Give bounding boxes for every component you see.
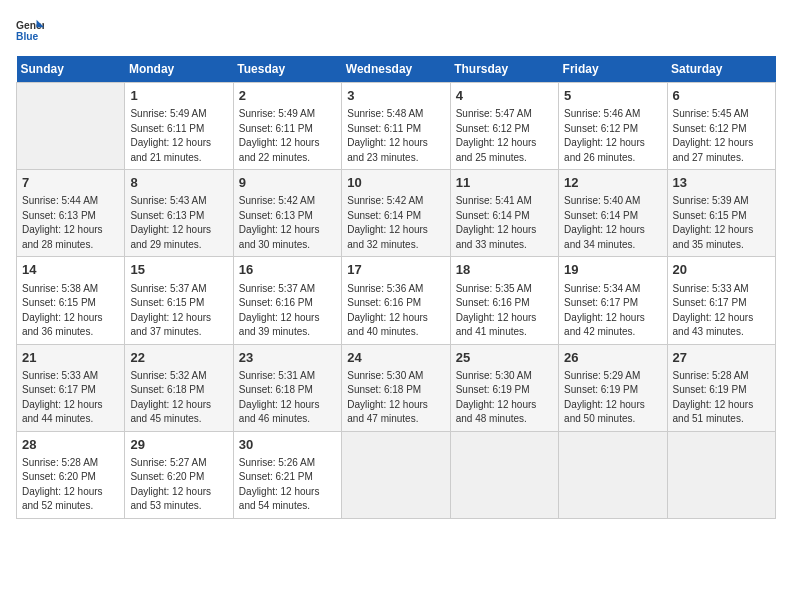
calendar-cell: 8Sunrise: 5:43 AMSunset: 6:13 PMDaylight…	[125, 170, 233, 257]
day-number: 29	[130, 436, 227, 454]
day-number: 25	[456, 349, 553, 367]
day-info: Sunrise: 5:49 AMSunset: 6:11 PMDaylight:…	[239, 107, 336, 165]
day-number: 6	[673, 87, 770, 105]
calendar-cell: 29Sunrise: 5:27 AMSunset: 6:20 PMDayligh…	[125, 431, 233, 518]
calendar-cell	[559, 431, 667, 518]
calendar-cell: 15Sunrise: 5:37 AMSunset: 6:15 PMDayligh…	[125, 257, 233, 344]
day-number: 14	[22, 261, 119, 279]
day-number: 1	[130, 87, 227, 105]
day-info: Sunrise: 5:30 AMSunset: 6:18 PMDaylight:…	[347, 369, 444, 427]
day-info: Sunrise: 5:45 AMSunset: 6:12 PMDaylight:…	[673, 107, 770, 165]
calendar-cell: 30Sunrise: 5:26 AMSunset: 6:21 PMDayligh…	[233, 431, 341, 518]
page-header: General Blue	[16, 16, 776, 44]
day-number: 18	[456, 261, 553, 279]
calendar-cell: 26Sunrise: 5:29 AMSunset: 6:19 PMDayligh…	[559, 344, 667, 431]
calendar-cell: 4Sunrise: 5:47 AMSunset: 6:12 PMDaylight…	[450, 83, 558, 170]
day-info: Sunrise: 5:43 AMSunset: 6:13 PMDaylight:…	[130, 194, 227, 252]
day-info: Sunrise: 5:26 AMSunset: 6:21 PMDaylight:…	[239, 456, 336, 514]
day-number: 17	[347, 261, 444, 279]
day-number: 10	[347, 174, 444, 192]
calendar-cell: 17Sunrise: 5:36 AMSunset: 6:16 PMDayligh…	[342, 257, 450, 344]
weekday-header-sunday: Sunday	[17, 56, 125, 83]
calendar-table: SundayMondayTuesdayWednesdayThursdayFrid…	[16, 56, 776, 519]
day-number: 27	[673, 349, 770, 367]
week-row-3: 14Sunrise: 5:38 AMSunset: 6:15 PMDayligh…	[17, 257, 776, 344]
day-info: Sunrise: 5:46 AMSunset: 6:12 PMDaylight:…	[564, 107, 661, 165]
day-info: Sunrise: 5:39 AMSunset: 6:15 PMDaylight:…	[673, 194, 770, 252]
calendar-cell: 13Sunrise: 5:39 AMSunset: 6:15 PMDayligh…	[667, 170, 775, 257]
day-number: 3	[347, 87, 444, 105]
day-number: 9	[239, 174, 336, 192]
day-number: 16	[239, 261, 336, 279]
logo: General Blue	[16, 16, 44, 44]
calendar-cell	[450, 431, 558, 518]
calendar-cell: 9Sunrise: 5:42 AMSunset: 6:13 PMDaylight…	[233, 170, 341, 257]
day-number: 2	[239, 87, 336, 105]
calendar-cell: 7Sunrise: 5:44 AMSunset: 6:13 PMDaylight…	[17, 170, 125, 257]
calendar-cell: 6Sunrise: 5:45 AMSunset: 6:12 PMDaylight…	[667, 83, 775, 170]
day-info: Sunrise: 5:42 AMSunset: 6:14 PMDaylight:…	[347, 194, 444, 252]
week-row-5: 28Sunrise: 5:28 AMSunset: 6:20 PMDayligh…	[17, 431, 776, 518]
day-number: 11	[456, 174, 553, 192]
day-number: 4	[456, 87, 553, 105]
calendar-cell: 16Sunrise: 5:37 AMSunset: 6:16 PMDayligh…	[233, 257, 341, 344]
day-info: Sunrise: 5:40 AMSunset: 6:14 PMDaylight:…	[564, 194, 661, 252]
calendar-cell: 22Sunrise: 5:32 AMSunset: 6:18 PMDayligh…	[125, 344, 233, 431]
day-number: 12	[564, 174, 661, 192]
day-number: 24	[347, 349, 444, 367]
day-info: Sunrise: 5:34 AMSunset: 6:17 PMDaylight:…	[564, 282, 661, 340]
day-info: Sunrise: 5:37 AMSunset: 6:15 PMDaylight:…	[130, 282, 227, 340]
day-number: 20	[673, 261, 770, 279]
weekday-header-thursday: Thursday	[450, 56, 558, 83]
calendar-cell: 23Sunrise: 5:31 AMSunset: 6:18 PMDayligh…	[233, 344, 341, 431]
calendar-cell: 14Sunrise: 5:38 AMSunset: 6:15 PMDayligh…	[17, 257, 125, 344]
weekday-header-saturday: Saturday	[667, 56, 775, 83]
day-info: Sunrise: 5:41 AMSunset: 6:14 PMDaylight:…	[456, 194, 553, 252]
calendar-cell: 2Sunrise: 5:49 AMSunset: 6:11 PMDaylight…	[233, 83, 341, 170]
calendar-cell: 27Sunrise: 5:28 AMSunset: 6:19 PMDayligh…	[667, 344, 775, 431]
day-number: 26	[564, 349, 661, 367]
day-info: Sunrise: 5:38 AMSunset: 6:15 PMDaylight:…	[22, 282, 119, 340]
weekday-header-wednesday: Wednesday	[342, 56, 450, 83]
day-info: Sunrise: 5:49 AMSunset: 6:11 PMDaylight:…	[130, 107, 227, 165]
calendar-cell: 28Sunrise: 5:28 AMSunset: 6:20 PMDayligh…	[17, 431, 125, 518]
day-number: 8	[130, 174, 227, 192]
calendar-cell	[17, 83, 125, 170]
week-row-2: 7Sunrise: 5:44 AMSunset: 6:13 PMDaylight…	[17, 170, 776, 257]
day-number: 28	[22, 436, 119, 454]
day-info: Sunrise: 5:36 AMSunset: 6:16 PMDaylight:…	[347, 282, 444, 340]
calendar-cell: 21Sunrise: 5:33 AMSunset: 6:17 PMDayligh…	[17, 344, 125, 431]
calendar-cell: 20Sunrise: 5:33 AMSunset: 6:17 PMDayligh…	[667, 257, 775, 344]
calendar-cell: 18Sunrise: 5:35 AMSunset: 6:16 PMDayligh…	[450, 257, 558, 344]
weekday-header-tuesday: Tuesday	[233, 56, 341, 83]
day-number: 22	[130, 349, 227, 367]
day-info: Sunrise: 5:33 AMSunset: 6:17 PMDaylight:…	[673, 282, 770, 340]
day-info: Sunrise: 5:28 AMSunset: 6:20 PMDaylight:…	[22, 456, 119, 514]
weekday-header-friday: Friday	[559, 56, 667, 83]
day-number: 7	[22, 174, 119, 192]
day-info: Sunrise: 5:28 AMSunset: 6:19 PMDaylight:…	[673, 369, 770, 427]
weekday-header-row: SundayMondayTuesdayWednesdayThursdayFrid…	[17, 56, 776, 83]
week-row-4: 21Sunrise: 5:33 AMSunset: 6:17 PMDayligh…	[17, 344, 776, 431]
calendar-cell	[667, 431, 775, 518]
day-number: 23	[239, 349, 336, 367]
day-info: Sunrise: 5:47 AMSunset: 6:12 PMDaylight:…	[456, 107, 553, 165]
day-info: Sunrise: 5:30 AMSunset: 6:19 PMDaylight:…	[456, 369, 553, 427]
calendar-cell: 10Sunrise: 5:42 AMSunset: 6:14 PMDayligh…	[342, 170, 450, 257]
day-number: 19	[564, 261, 661, 279]
day-info: Sunrise: 5:37 AMSunset: 6:16 PMDaylight:…	[239, 282, 336, 340]
day-info: Sunrise: 5:31 AMSunset: 6:18 PMDaylight:…	[239, 369, 336, 427]
svg-text:Blue: Blue	[16, 31, 39, 42]
day-info: Sunrise: 5:35 AMSunset: 6:16 PMDaylight:…	[456, 282, 553, 340]
day-number: 30	[239, 436, 336, 454]
calendar-cell: 1Sunrise: 5:49 AMSunset: 6:11 PMDaylight…	[125, 83, 233, 170]
weekday-header-monday: Monday	[125, 56, 233, 83]
calendar-cell: 12Sunrise: 5:40 AMSunset: 6:14 PMDayligh…	[559, 170, 667, 257]
day-number: 21	[22, 349, 119, 367]
day-info: Sunrise: 5:27 AMSunset: 6:20 PMDaylight:…	[130, 456, 227, 514]
calendar-cell	[342, 431, 450, 518]
day-info: Sunrise: 5:44 AMSunset: 6:13 PMDaylight:…	[22, 194, 119, 252]
day-info: Sunrise: 5:29 AMSunset: 6:19 PMDaylight:…	[564, 369, 661, 427]
day-info: Sunrise: 5:42 AMSunset: 6:13 PMDaylight:…	[239, 194, 336, 252]
calendar-cell: 24Sunrise: 5:30 AMSunset: 6:18 PMDayligh…	[342, 344, 450, 431]
